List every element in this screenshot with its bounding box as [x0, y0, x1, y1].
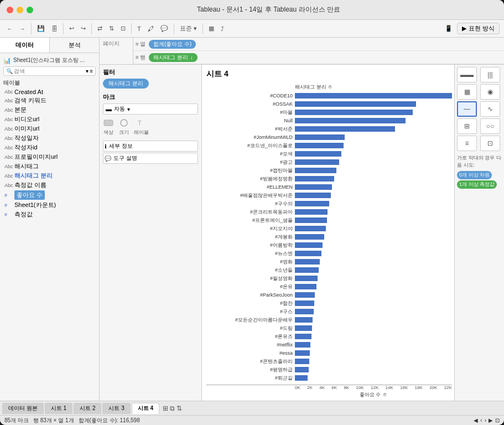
field-item[interactable]: Abc비디오url	[3, 115, 96, 124]
bar-row[interactable]: #구스	[206, 308, 452, 315]
next-icon[interactable]: ›	[485, 417, 486, 423]
bar-row[interactable]: #CODE10	[206, 92, 452, 100]
bar-row[interactable]: #코드넨_아이스폴로	[206, 142, 452, 149]
color-button[interactable]: 색상	[103, 118, 114, 136]
bar-row[interactable]: #프론트에이_샘플	[206, 216, 452, 224]
viz-item[interactable]: ⊡	[480, 136, 500, 151]
viz-item[interactable]: —	[457, 101, 477, 117]
bar-row[interactable]: #필성영화	[206, 274, 452, 282]
sheet-tab[interactable]: 시트 4	[132, 403, 159, 414]
tab-data[interactable]: 데이터	[0, 38, 50, 53]
sheet-tab[interactable]: 시트 2	[74, 403, 101, 414]
save-button[interactable]: 💾	[35, 24, 47, 33]
sort-sheets-button[interactable]: ⇅	[176, 405, 182, 412]
fix-icon[interactable]: ⊡	[495, 417, 500, 423]
search-input[interactable]	[14, 68, 85, 74]
view-toggle-icon[interactable]: ≡	[90, 68, 93, 74]
bar-row[interactable]: #지오지야	[206, 225, 452, 232]
bar-row[interactable]: #수트핏최강박서준	[206, 382, 452, 383]
new-sheet-button[interactable]: ⊞	[163, 405, 168, 412]
field-item[interactable]: Abc작성자id	[3, 143, 96, 152]
field-item[interactable]: #측정값	[3, 210, 96, 219]
field-item[interactable]: AbcCreated At	[3, 88, 96, 96]
viz-item[interactable]: ⊞	[457, 118, 477, 134]
bar-row[interactable]: #netflix	[206, 341, 452, 349]
device-button[interactable]: 📱	[443, 24, 455, 33]
new-datasource-button[interactable]: 🗄	[49, 24, 60, 33]
bar-row[interactable]: #모색	[206, 150, 452, 158]
bar-row[interactable]: #협찬	[206, 299, 452, 307]
col-pill[interactable]: 합계(좋아요 수)	[149, 40, 196, 49]
bar-row[interactable]: #콘크리트목동파아	[206, 208, 452, 216]
field-item[interactable]: Abc측정값 이름	[3, 180, 96, 190]
viz-item[interactable]: ▦	[457, 84, 477, 100]
field-item[interactable]: Abc검색 키워드	[3, 96, 96, 105]
minimize-button[interactable]	[17, 7, 23, 13]
bar-row[interactable]: #OSSAK	[206, 100, 452, 108]
bar-row[interactable]: #개봉화	[206, 233, 452, 241]
viz-item[interactable]: ○○	[480, 118, 500, 134]
field-item[interactable]: Abc이미지url	[3, 124, 96, 133]
field-item[interactable]: Abc해시태그	[3, 162, 96, 171]
sort-button[interactable]: ⇅	[107, 24, 116, 33]
filter-pill[interactable]: 해시태그 분리	[103, 79, 149, 89]
bar-row[interactable]: #영화	[206, 258, 452, 266]
label-button[interactable]: T 레이블	[134, 118, 149, 136]
field-item[interactable]: Abc작성일자	[3, 133, 96, 143]
bar-row[interactable]: #방봄에정명환	[206, 175, 452, 183]
size-button[interactable]: 크기	[118, 118, 129, 136]
close-button[interactable]	[7, 7, 13, 13]
tooltip-row[interactable]: 💬 도구 설명	[103, 153, 198, 164]
bar-row[interactable]: #캡틴마블	[206, 167, 452, 174]
back-button[interactable]: ←	[4, 24, 15, 33]
field-item[interactable]: #좋아요 수	[3, 190, 96, 200]
undo-button[interactable]: ↩	[67, 24, 76, 33]
viz-item[interactable]: ▬▬	[457, 67, 477, 82]
sheet-tab[interactable]: 시트 3	[102, 403, 130, 414]
bar-row[interactable]: #박서준	[206, 125, 452, 133]
bar-row[interactable]: #마블	[206, 108, 452, 116]
bar-row[interactable]: #소년들	[206, 266, 452, 274]
standard-button[interactable]: 표준 ▾	[178, 23, 199, 34]
maximize-button[interactable]	[27, 7, 33, 13]
viz-item[interactable]: ≡	[457, 136, 477, 151]
bar-row[interactable]: #JomMinumMILD	[206, 133, 452, 141]
label-button[interactable]: T	[135, 24, 143, 33]
bar-row[interactable]: #구수의	[206, 200, 452, 208]
bar-row[interactable]: #광고	[206, 158, 452, 166]
tab-analysis[interactable]: 분석	[50, 38, 99, 53]
chart-select-button[interactable]: ▦	[206, 24, 216, 33]
bar-row[interactable]: Null	[206, 117, 452, 125]
bar-row[interactable]: #배울점많은배우박서준	[206, 191, 452, 199]
bar-row[interactable]: #뉴스엔	[206, 250, 452, 257]
share-button[interactable]: ⤴	[219, 24, 226, 33]
bar-row[interactable]: #드림	[206, 324, 452, 332]
bar-row[interactable]: #모든순간이아름다운배우	[206, 316, 452, 324]
presentation-button[interactable]: ▶ 표현 방식	[457, 23, 500, 34]
next-page-icon[interactable]: ▶	[489, 417, 493, 423]
duplicate-button[interactable]: ⧉	[170, 405, 175, 412]
bar-row[interactable]: #어름방학	[206, 241, 452, 249]
bar-row[interactable]: #온유	[206, 283, 452, 291]
detail-row-info[interactable]: ℹ 세부 정보	[103, 141, 198, 152]
field-item[interactable]: Abc프로필이미지url	[3, 152, 96, 162]
row-pill[interactable]: 해시태그 분리 ↓	[149, 53, 198, 62]
viz-item[interactable]: ◉	[480, 84, 500, 100]
field-item[interactable]: Abc본문	[3, 105, 96, 115]
swap-button[interactable]: ⇄	[95, 24, 105, 33]
field-item[interactable]: #Sheet1(카운트)	[3, 200, 96, 210]
prev-page-icon[interactable]: ◀	[474, 417, 478, 423]
bar-row[interactable]: #론유즈	[206, 333, 452, 340]
fit-button[interactable]: ⊡	[118, 24, 128, 33]
marks-type-select[interactable]: ▬ 자동 ▾	[103, 103, 198, 115]
bar-row[interactable]: #ELLEMEN	[206, 183, 452, 191]
bar-row[interactable]: #essa	[206, 349, 452, 357]
viz-item[interactable]: |||	[480, 67, 500, 82]
redo-button[interactable]: ↪	[79, 24, 88, 33]
sheet-tab[interactable]: 시트 1	[45, 403, 72, 414]
prev-icon[interactable]: ‹	[480, 417, 482, 423]
bar-row[interactable]: #ParkSeoJoon	[206, 291, 452, 299]
forward-button[interactable]: →	[17, 24, 28, 33]
viz-item[interactable]: ∿	[480, 101, 500, 117]
field-item[interactable]: Abc해시태그 분리	[3, 171, 96, 180]
